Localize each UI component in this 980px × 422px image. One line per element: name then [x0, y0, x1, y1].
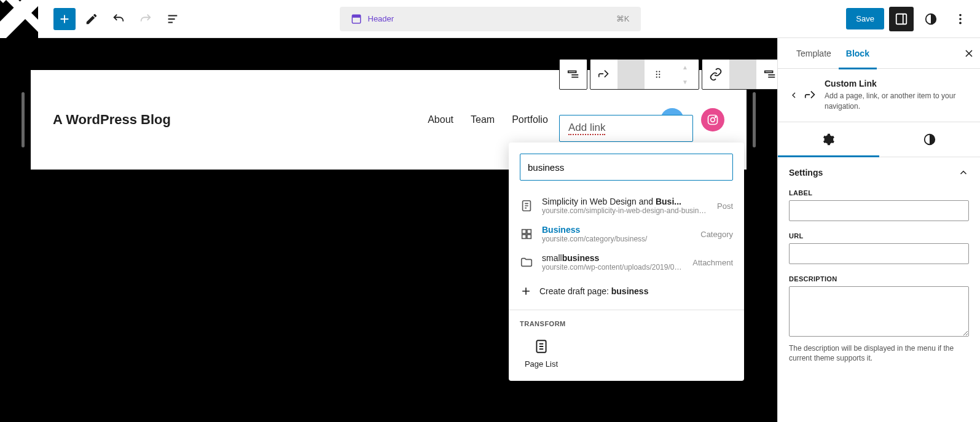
- url-field-label: URL: [789, 232, 969, 240]
- instagram-icon[interactable]: [701, 108, 724, 131]
- svg-point-12: [715, 117, 716, 118]
- svg-rect-25: [522, 230, 526, 233]
- svg-point-19: [659, 76, 660, 77]
- svg-point-16: [656, 74, 657, 75]
- attachment-icon: [520, 256, 533, 269]
- svg-rect-5: [896, 14, 907, 24]
- edit-icon[interactable]: [80, 8, 103, 30]
- svg-rect-13: [568, 71, 576, 73]
- site-logo[interactable]: [0, 0, 38, 38]
- svg-point-15: [659, 71, 660, 72]
- add-block-button[interactable]: [53, 8, 76, 30]
- resize-handle-left[interactable]: [22, 92, 25, 147]
- description-hint: The description will be displayed in the…: [789, 343, 969, 364]
- description-field-label: DESCRIPTION: [789, 275, 969, 283]
- keyboard-shortcut: ⌘K: [616, 14, 630, 23]
- label-field-label: LABEL: [789, 189, 969, 197]
- post-icon: [520, 199, 533, 213]
- resize-handle-right[interactable]: [753, 92, 756, 147]
- settings-sidebar: Template Block Custom Link Add a page, l…: [777, 38, 980, 422]
- settings-sidebar-toggle[interactable]: [889, 7, 914, 31]
- save-button[interactable]: Save: [846, 8, 884, 29]
- url-input[interactable]: [789, 243, 969, 264]
- create-draft-page[interactable]: Create draft page: business: [509, 276, 744, 306]
- tab-block[interactable]: Block: [839, 38, 877, 69]
- add-link-input[interactable]: Add link: [559, 115, 693, 142]
- svg-point-11: [711, 118, 715, 122]
- redo-button[interactable]: [135, 8, 157, 30]
- svg-rect-27: [522, 235, 526, 238]
- move-down-button[interactable]: ▼: [682, 74, 688, 89]
- gear-icon: [821, 133, 835, 146]
- block-type-button[interactable]: [590, 60, 617, 89]
- page-list-icon: [533, 338, 549, 354]
- template-name: Header: [368, 14, 394, 23]
- svg-point-17: [659, 74, 660, 75]
- parent-block-button[interactable]: [560, 60, 587, 89]
- svg-rect-4: [352, 15, 361, 18]
- layout-icon: [351, 14, 362, 25]
- link-search-popover: Simplicity in Web Design and Busi... you…: [509, 143, 744, 381]
- subtab-settings[interactable]: [778, 122, 879, 157]
- search-result-attachment[interactable]: smallbusiness yoursite.com/wp-content/up…: [509, 248, 744, 276]
- custom-link-icon: [804, 88, 817, 102]
- link-button[interactable]: [702, 60, 729, 89]
- transform-page-list[interactable]: Page List: [520, 338, 563, 369]
- site-title[interactable]: A WordPress Blog: [53, 112, 171, 128]
- chevron-left-icon[interactable]: [789, 90, 799, 100]
- svg-point-8: [959, 18, 962, 20]
- move-up-button[interactable]: ▲: [682, 60, 688, 74]
- svg-point-9: [959, 21, 962, 24]
- svg-point-7: [959, 14, 962, 16]
- block-movers[interactable]: ▲ ▼: [672, 60, 699, 89]
- editor-canvas[interactable]: A WordPress Blog About Team Portfolio Bl…: [0, 38, 777, 422]
- svg-rect-26: [527, 230, 531, 233]
- svg-point-14: [656, 71, 657, 72]
- settings-panel-toggle[interactable]: Settings: [789, 167, 969, 178]
- more-options-button[interactable]: [948, 7, 973, 31]
- undo-button[interactable]: [108, 8, 130, 30]
- search-result-category[interactable]: Business yoursite.com/category/business/…: [509, 220, 744, 248]
- category-icon: [520, 227, 533, 241]
- svg-rect-28: [527, 235, 531, 238]
- block-toolbar: ▲ ▼: [559, 59, 777, 90]
- nav-item-team[interactable]: Team: [471, 114, 495, 125]
- nav-item-about[interactable]: About: [428, 114, 453, 125]
- contrast-icon: [923, 133, 936, 146]
- list-view-button[interactable]: [162, 8, 184, 30]
- svg-rect-20: [765, 71, 773, 73]
- styles-toggle[interactable]: [919, 7, 943, 31]
- close-sidebar-button[interactable]: [963, 47, 975, 60]
- add-link-placeholder: Add link: [568, 122, 605, 135]
- label-input[interactable]: [789, 200, 969, 221]
- add-submenu-button[interactable]: [756, 60, 777, 89]
- plus-icon: [520, 285, 532, 297]
- description-textarea[interactable]: [789, 286, 969, 337]
- block-description: Add a page, link, or another item to you…: [825, 91, 969, 112]
- nav-item-portfolio[interactable]: Portfolio: [512, 114, 548, 125]
- chevron-up-icon: [958, 167, 969, 178]
- block-title: Custom Link: [825, 79, 969, 88]
- svg-point-18: [656, 76, 657, 77]
- drag-handle[interactable]: [645, 60, 672, 89]
- template-selector[interactable]: Header ⌘K: [340, 7, 641, 31]
- tab-template[interactable]: Template: [789, 38, 839, 69]
- top-toolbar: Header ⌘K Save: [0, 0, 980, 38]
- transform-heading: TRANSFORM: [520, 320, 733, 327]
- subtab-styles[interactable]: [879, 122, 981, 157]
- link-search-input[interactable]: [520, 154, 733, 181]
- search-result-post[interactable]: Simplicity in Web Design and Busi... you…: [509, 192, 744, 220]
